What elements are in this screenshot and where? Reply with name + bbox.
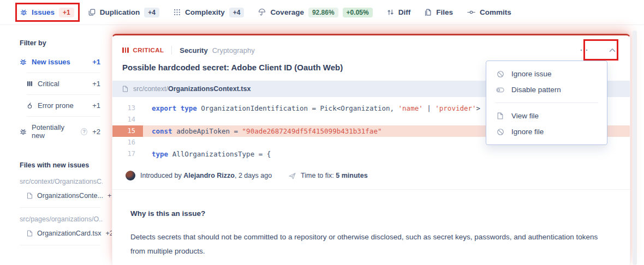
help-icon[interactable]: ?: [81, 128, 87, 135]
divider: [27, 94, 100, 95]
file-group-dir[interactable]: src/pages/organizations/O...: [20, 215, 103, 223]
ban-icon: [496, 128, 504, 136]
metrics-bar: Issues +1 Duplication +4 Complexity +4 C…: [0, 0, 644, 25]
error-prone-icon: [27, 103, 33, 109]
tab-label: Diff: [398, 8, 411, 16]
bug-icon: [20, 58, 27, 65]
filter-label: New issues: [32, 58, 70, 66]
tab-label: Complexity: [185, 8, 225, 16]
tab-issues[interactable]: Issues +1: [20, 8, 74, 17]
file-icon: [27, 230, 33, 237]
tab-coverage[interactable]: Coverage 92.86% +0.05%: [258, 8, 372, 17]
menu-item-label: Disable pattern: [511, 86, 561, 94]
coverage-delta-badge: +0.05%: [343, 8, 373, 17]
file-group-dir[interactable]: src/context/OrganizationsC...: [20, 178, 103, 185]
bug-icon: [20, 128, 27, 135]
issue-category: Security: [180, 46, 207, 55]
file-path-dir: src/context/: [133, 85, 168, 93]
copy-icon: [88, 9, 96, 16]
filter-label: Error prone: [38, 101, 74, 110]
context-menu: Ignore issue Disable pattern View file I…: [486, 61, 607, 145]
kebab-menu-button[interactable]: [577, 45, 591, 56]
tab-label: Coverage: [270, 8, 304, 16]
toggle-icon: [496, 87, 504, 93]
filter-sidebar: Filter by New issues +1 Critical +1 Erro…: [0, 25, 112, 265]
filter-count: +2: [92, 128, 100, 136]
rocket-icon: [289, 172, 296, 179]
tab-complexity[interactable]: Complexity +4: [174, 8, 244, 17]
filter-potentially-new[interactable]: Potentially new ? +2: [20, 123, 100, 140]
filter-error-prone[interactable]: Error prone +1: [20, 101, 100, 110]
divider: [20, 245, 100, 245]
file-item[interactable]: OrganizationsConte... +1: [20, 192, 102, 200]
filter-new-issues[interactable]: New issues +1: [20, 58, 100, 66]
menu-item-view-file[interactable]: View file: [486, 108, 607, 124]
complexity-count-badge: +4: [229, 8, 245, 17]
divider: [20, 207, 100, 208]
filter-by-title: Filter by: [20, 39, 112, 47]
severity-label: CRITICAL: [133, 47, 164, 53]
severity-bars-icon: [27, 81, 33, 87]
tab-duplication[interactable]: Duplication +4: [88, 8, 159, 17]
filter-label: Potentially new: [32, 123, 75, 140]
why-text: Detects secrets that should not be commi…: [130, 230, 612, 258]
fix-time-value: 5 minutes: [336, 172, 367, 179]
umbrella-icon: [258, 9, 266, 16]
diff-icon: [387, 9, 394, 16]
avatar: [126, 171, 135, 180]
commits-icon: [467, 9, 475, 16]
tab-commits[interactable]: Commits: [467, 8, 511, 16]
time-to-fix: Time to fix: 5 minutes: [289, 172, 368, 179]
severity-badge: CRITICAL: [122, 47, 164, 53]
line-number: 15: [112, 125, 143, 137]
line-number: 14: [112, 114, 143, 125]
filter-label: Critical: [38, 80, 59, 88]
duplication-count-badge: +4: [144, 8, 159, 17]
issue-subcategory: Cryptography: [212, 46, 255, 55]
menu-item-ignore-file[interactable]: Ignore file: [486, 124, 607, 140]
issue-meta-row: Introduced by Alejandro Rizzo, 2 days ag…: [112, 164, 630, 190]
scrollbar[interactable]: [633, 31, 637, 265]
tab-label: Commits: [480, 8, 511, 16]
tab-diff[interactable]: Diff: [387, 8, 411, 16]
menu-item-label: Ignore issue: [511, 70, 552, 78]
filter-critical[interactable]: Critical +1: [20, 80, 100, 88]
filter-count: +1: [92, 58, 100, 66]
file-icon: [496, 112, 504, 119]
divider: [495, 103, 598, 103]
files-with-new-issues-title: Files with new issues: [20, 161, 112, 169]
tab-label: Issues: [32, 8, 55, 16]
introduced-by-text: Introduced by Alejandro Rizzo, 2 days ag…: [140, 172, 272, 179]
code-line: 17 type AllOrganizationsType = {: [112, 148, 630, 160]
filter-count: +1: [92, 101, 100, 110]
divider: [27, 116, 100, 117]
line-number: 13: [112, 103, 143, 114]
tab-label: Files: [436, 8, 453, 16]
tab-label: Duplication: [100, 8, 140, 16]
coverage-value-badge: 92.86%: [308, 8, 338, 17]
file-path-name: OrganizationsContext.tsx: [168, 85, 251, 93]
menu-item-label: Ignore file: [511, 128, 544, 136]
divider: [171, 46, 172, 55]
menu-item-ignore-issue[interactable]: Ignore issue: [486, 66, 607, 82]
why-title: Why is this an issue?: [130, 209, 612, 218]
file-icon: [122, 86, 128, 92]
files-icon: [425, 9, 432, 16]
menu-item-disable-pattern[interactable]: Disable pattern: [486, 82, 607, 98]
ban-icon: [496, 70, 504, 78]
tab-files[interactable]: Files: [425, 8, 453, 16]
divider: [27, 73, 100, 73]
menu-item-label: View file: [511, 112, 539, 120]
issue-explanation: Why is this an issue? Detects secrets th…: [112, 190, 630, 265]
collapse-chevron-up-icon[interactable]: [607, 46, 618, 55]
file-icon: [27, 192, 33, 199]
grid-icon: [174, 9, 181, 16]
file-name: OrganizationsConte...: [37, 192, 103, 200]
file-name: OrganizationCard.tsx: [37, 230, 101, 237]
line-number: 16: [112, 137, 143, 148]
severity-bars-icon: [122, 47, 129, 53]
author-name: Alejandro Rizzo: [183, 172, 235, 179]
bug-icon: [20, 9, 27, 16]
filter-count: +1: [92, 80, 100, 88]
file-item[interactable]: OrganizationCard.tsx +2: [20, 230, 102, 237]
